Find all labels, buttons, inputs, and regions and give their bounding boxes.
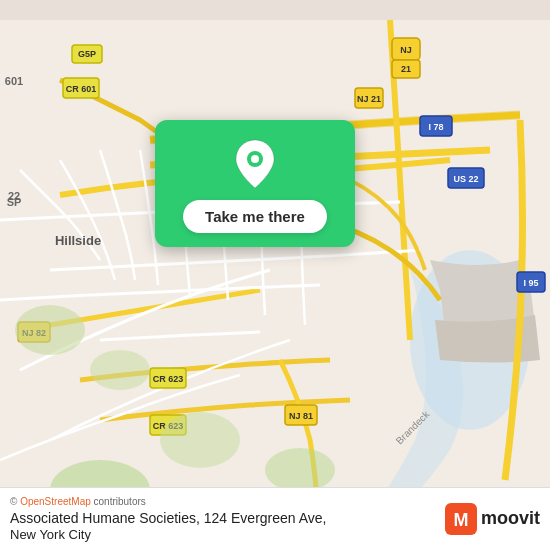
svg-text:NJ 21: NJ 21 (357, 94, 381, 104)
svg-point-33 (15, 305, 85, 355)
svg-text:22: 22 (8, 190, 20, 202)
svg-text:G5P: G5P (78, 49, 96, 59)
address-line1: Associated Humane Societies, 124 Evergre… (10, 509, 326, 527)
svg-text:Hillside: Hillside (55, 233, 101, 248)
navigation-card: Take me there (155, 120, 355, 247)
svg-text:601: 601 (5, 75, 23, 87)
moovit-logo[interactable]: M moovit (445, 503, 540, 535)
take-me-there-button[interactable]: Take me there (183, 200, 327, 233)
map-container: NJ 21 NJ 21 I 78 I 78 US 22 I 95 NJ 82 C… (0, 0, 550, 550)
address-block: © OpenStreetMap contributors Associated … (10, 496, 326, 542)
osm-credit-text: © OpenStreetMap contributors (10, 496, 326, 507)
svg-text:CR 601: CR 601 (66, 84, 97, 94)
location-pin-icon (233, 138, 277, 190)
svg-text:CR 623: CR 623 (153, 374, 184, 384)
moovit-brand-name: moovit (481, 508, 540, 529)
svg-point-39 (251, 155, 259, 163)
svg-text:US 22: US 22 (453, 174, 478, 184)
moovit-logo-icon: M (445, 503, 477, 535)
osm-link: OpenStreetMap (20, 496, 91, 507)
svg-text:NJ: NJ (400, 45, 412, 55)
svg-text:NJ 81: NJ 81 (289, 411, 313, 421)
bottom-info-bar: © OpenStreetMap contributors Associated … (0, 487, 550, 550)
svg-text:I 78: I 78 (428, 122, 443, 132)
svg-point-34 (90, 350, 150, 390)
svg-point-36 (265, 448, 335, 492)
svg-text:I 95: I 95 (523, 278, 538, 288)
map-background: NJ 21 NJ 21 I 78 I 78 US 22 I 95 NJ 82 C… (0, 0, 550, 550)
svg-text:21: 21 (401, 64, 411, 74)
address-line2: New York City (10, 527, 326, 542)
svg-point-35 (160, 412, 240, 468)
svg-text:M: M (453, 510, 468, 530)
